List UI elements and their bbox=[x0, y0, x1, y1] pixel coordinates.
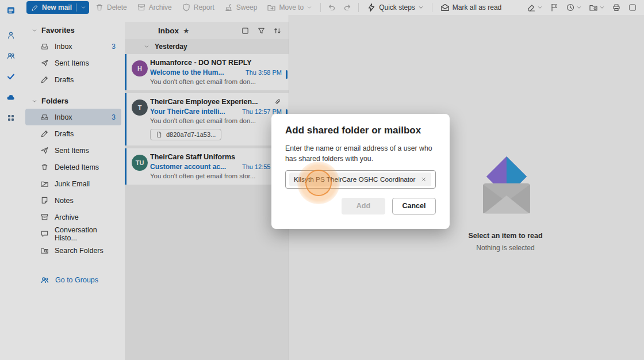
recipient-chip-label: Kilsyth PS TheirCare OSHC Coordinator bbox=[294, 175, 416, 183]
dialog-buttons: Add Cancel bbox=[285, 198, 436, 215]
remove-chip-icon[interactable] bbox=[421, 177, 427, 182]
dialog-title: Add shared folder or mailbox bbox=[285, 125, 436, 136]
cancel-button[interactable]: Cancel bbox=[392, 198, 436, 215]
mailbox-search-input[interactable]: Kilsyth PS TheirCare OSHC Coordinator bbox=[285, 170, 436, 189]
add-shared-folder-dialog: Add shared folder or mailbox Enter the n… bbox=[271, 114, 450, 229]
recipient-chip[interactable]: Kilsyth PS TheirCare OSHC Coordinator bbox=[289, 173, 431, 186]
dialog-description: Enter the name or email address of a use… bbox=[285, 144, 436, 164]
add-button[interactable]: Add bbox=[342, 198, 385, 215]
